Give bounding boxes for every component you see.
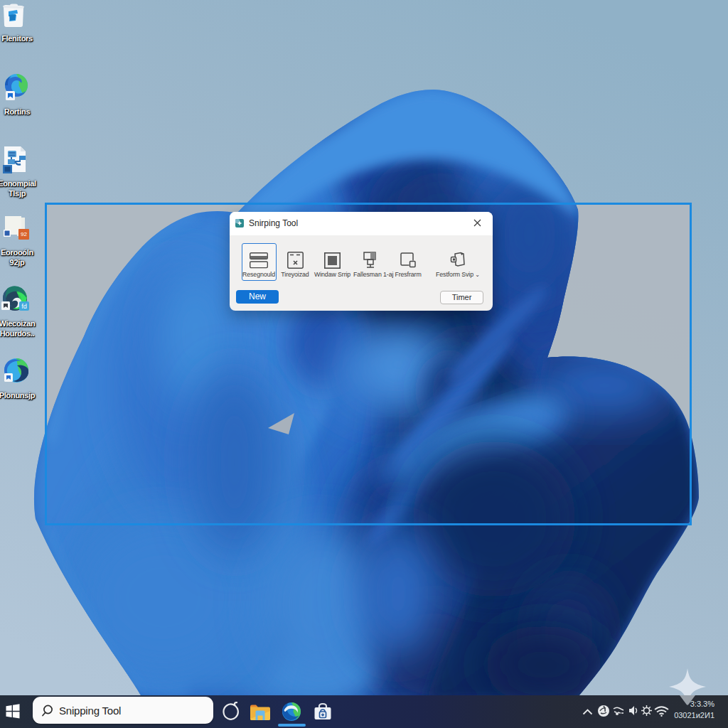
svg-text:fd: fd — [21, 303, 27, 310]
svg-text:92: 92 — [21, 231, 27, 237]
